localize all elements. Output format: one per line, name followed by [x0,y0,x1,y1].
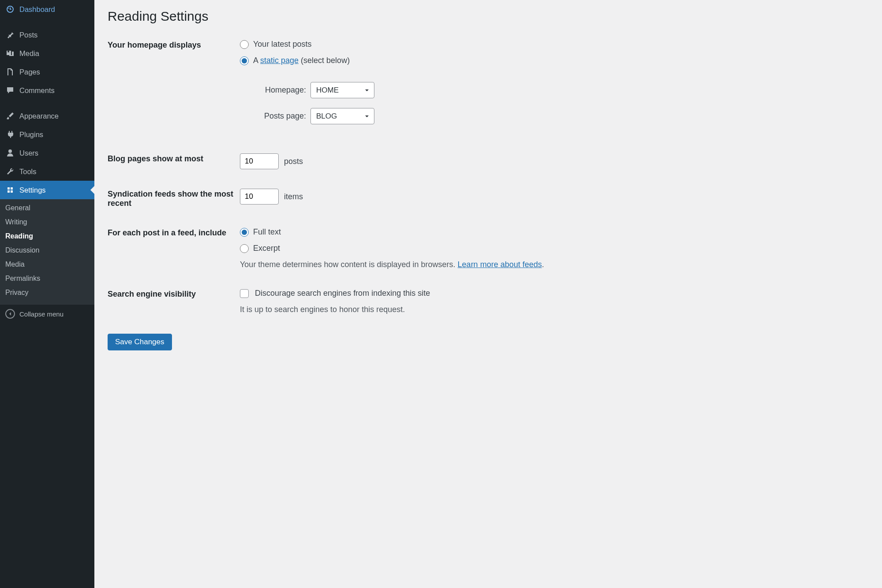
sidebar-item-users[interactable]: Users [0,144,94,162]
static-page-link[interactable]: static page [260,56,299,65]
collapse-icon [5,309,15,319]
radio-full-text[interactable]: Full text [240,227,869,237]
submenu-item-media[interactable]: Media [0,257,94,272]
radio-excerpt[interactable]: Excerpt [240,244,869,253]
sidebar-item-label: Appearance [19,112,59,120]
syndication-field: items [240,189,869,205]
submenu-item-reading[interactable]: Reading [0,229,94,243]
sidebar-item-settings[interactable]: Settings [0,181,94,199]
search-visibility-row: Search engine visibility Discourage sear… [108,289,869,314]
search-visibility-field: Discourage search engines from indexing … [240,289,869,314]
sidebar-item-label: Comments [19,86,55,95]
page-title: Reading Settings [108,9,869,24]
discourage-checkbox-label: Discourage search engines from indexing … [255,289,430,298]
homepage-select-label: Homepage: [253,86,306,95]
homepage-displays-label: Your homepage displays [108,40,240,50]
sidebar-item-label: Users [19,149,38,157]
search-visibility-desc: It is up to search engines to honor this… [240,305,869,314]
settings-icon [5,185,15,195]
admin-sidebar: Dashboard Posts Media Pages Comments App… [0,0,94,588]
plug-icon [5,130,15,139]
collapse-menu-button[interactable]: Collapse menu [0,304,94,323]
wrench-icon [5,167,15,176]
syndication-input[interactable] [240,189,279,205]
radio-full-text-label: Full text [253,227,281,237]
blog-pages-row: Blog pages show at most posts [108,153,869,169]
feed-content-row: For each post in a feed, include Full te… [108,227,869,269]
radio-full-text-input[interactable] [240,228,249,237]
sidebar-item-tools[interactable]: Tools [0,162,94,181]
radio-static-page-input[interactable] [240,56,249,65]
content-area: Reading Settings Your homepage displays … [94,0,882,588]
homepage-displays-field: Your latest posts A static page (select … [240,40,869,134]
sidebar-item-label: Pages [19,68,40,76]
search-visibility-label: Search engine visibility [108,289,240,299]
syndication-label: Syndication feeds show the most recent [108,189,240,208]
sidebar-item-appearance[interactable]: Appearance [0,107,94,125]
sidebar-item-media[interactable]: Media [0,44,94,63]
homepage-select-row: Homepage: HOME [253,82,869,98]
postspage-select-label: Posts page: [253,112,306,121]
homepage-displays-row: Your homepage displays Your latest posts… [108,40,869,134]
sidebar-item-pages[interactable]: Pages [0,63,94,81]
sidebar-item-label: Media [19,49,39,58]
sidebar-item-label: Tools [19,167,37,176]
radio-latest-posts-input[interactable] [240,40,249,49]
save-changes-button[interactable]: Save Changes [108,334,172,350]
homepage-select[interactable]: HOME [310,82,374,98]
sidebar-item-comments[interactable]: Comments [0,81,94,100]
submenu-item-discussion[interactable]: Discussion [0,243,94,257]
sidebar-item-label: Posts [19,31,37,39]
brush-icon [5,111,15,121]
feed-content-label: For each post in a feed, include [108,227,240,238]
dashboard-icon [5,4,15,14]
radio-excerpt-label: Excerpt [253,244,280,253]
submenu-item-permalinks[interactable]: Permalinks [0,272,94,286]
submenu-item-writing[interactable]: Writing [0,215,94,229]
feed-content-desc: Your theme determines how content is dis… [240,260,869,269]
syndication-unit: items [284,192,303,201]
blog-pages-input[interactable] [240,153,279,169]
submenu-item-general[interactable]: General [0,201,94,215]
radio-static-page-label: A static page (select below) [253,56,350,65]
submenu-item-privacy[interactable]: Privacy [0,286,94,300]
settings-submenu: General Writing Reading Discussion Media… [0,199,94,304]
collapse-menu-label: Collapse menu [19,310,64,318]
sidebar-item-dashboard[interactable]: Dashboard [0,0,94,19]
syndication-row: Syndication feeds show the most recent i… [108,189,869,208]
sidebar-item-plugins[interactable]: Plugins [0,125,94,144]
sidebar-item-label: Plugins [19,130,43,139]
media-icon [5,48,15,58]
blog-pages-field: posts [240,153,869,169]
postspage-select[interactable]: BLOG [310,108,374,124]
radio-excerpt-input[interactable] [240,244,249,253]
pages-icon [5,67,15,77]
sidebar-item-label: Dashboard [19,5,55,14]
blog-pages-label: Blog pages show at most [108,153,240,164]
blog-pages-unit: posts [284,157,303,166]
radio-latest-posts-label: Your latest posts [253,40,311,49]
postspage-select-row: Posts page: BLOG [253,108,869,124]
user-icon [5,148,15,158]
pin-icon [5,30,15,40]
comments-icon [5,86,15,95]
sidebar-item-label: Settings [19,186,46,194]
feed-content-field: Full text Excerpt Your theme determines … [240,227,869,269]
learn-more-feeds-link[interactable]: Learn more about feeds [458,260,542,269]
radio-static-page[interactable]: A static page (select below) [240,56,869,65]
discourage-checkbox-row[interactable]: Discourage search engines from indexing … [240,289,869,298]
discourage-checkbox[interactable] [240,289,249,298]
sidebar-item-posts[interactable]: Posts [0,26,94,44]
radio-latest-posts[interactable]: Your latest posts [240,40,869,49]
